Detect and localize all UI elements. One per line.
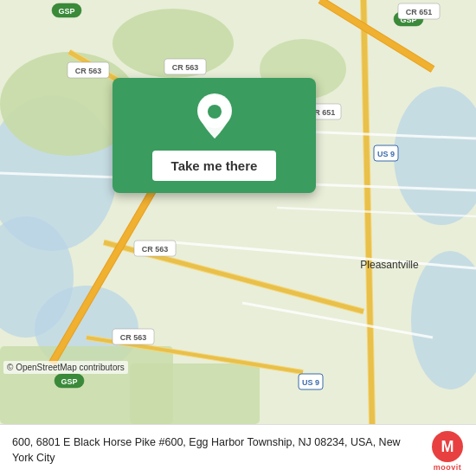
svg-text:CR 563: CR 563 — [120, 333, 147, 342]
bottom-bar: 600, 6801 E Black Horse Pike #600, Egg H… — [0, 424, 476, 476]
attribution-text: © OpenStreetMap contributors — [7, 363, 125, 372]
map-pin-icon — [196, 93, 234, 140]
osm-attribution: © OpenStreetMap contributors — [3, 361, 128, 374]
svg-text:M: M — [441, 438, 454, 455]
svg-text:CR 563: CR 563 — [172, 63, 199, 72]
svg-text:GSP: GSP — [58, 7, 74, 16]
take-me-there-button[interactable]: Take me there — [152, 151, 277, 181]
address-text: 600, 6801 E Black Horse Pike #600, Egg H… — [12, 435, 422, 466]
svg-text:GSP: GSP — [61, 377, 77, 386]
map-container: CR 563 CR 563 CR 563 CR 563 CR 651 GSP G… — [0, 0, 476, 424]
moovit-logo: M moovit — [431, 430, 464, 472]
moovit-label: moovit — [434, 463, 462, 472]
svg-point-52 — [208, 105, 222, 119]
svg-text:CR 563: CR 563 — [75, 67, 102, 75]
svg-text:CR 563: CR 563 — [142, 245, 169, 254]
svg-text:Pleasantville: Pleasantville — [360, 259, 419, 271]
moovit-icon: M — [431, 430, 464, 463]
svg-text:US 9: US 9 — [302, 378, 319, 387]
svg-text:CR 651: CR 651 — [406, 8, 433, 16]
svg-text:US 9: US 9 — [377, 150, 395, 158]
svg-rect-10 — [130, 363, 260, 424]
location-card: Take me there — [113, 78, 316, 193]
